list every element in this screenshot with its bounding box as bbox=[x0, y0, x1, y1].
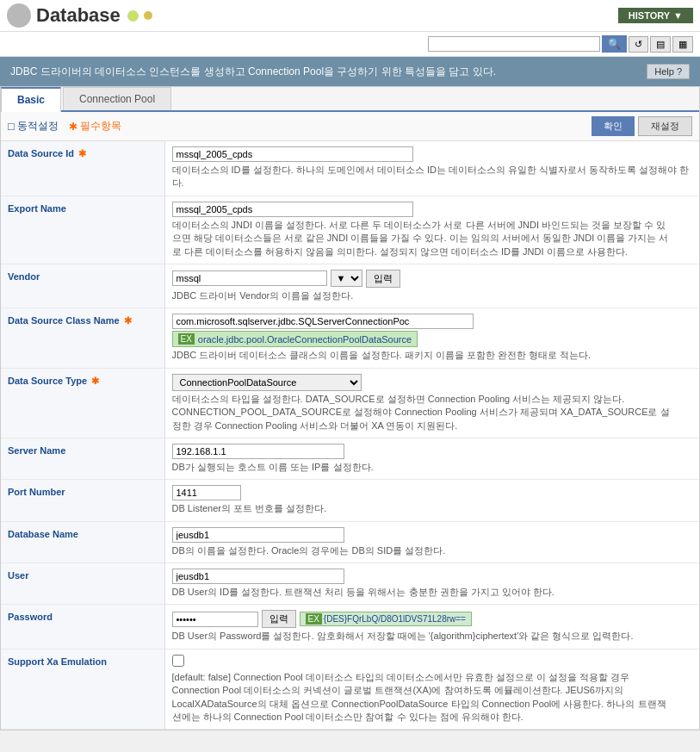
required-icon: ✱ bbox=[69, 121, 77, 133]
history-label: HISTORY bbox=[629, 10, 670, 21]
table-row: Vendor ▼ 입력 JDBC 드라이버 Vendor의 이름을 설정한다. bbox=[1, 264, 699, 308]
suggestion-box: EX oracle.jdbc.pool.OracleConnectionPool… bbox=[172, 331, 418, 347]
reset-button[interactable]: 재설정 bbox=[638, 116, 692, 136]
banner-text: JDBC 드라이버의 데이터소스 인스턴스를 생성하고 Connection P… bbox=[10, 65, 496, 79]
tab-connection-pool[interactable]: Connection Pool bbox=[63, 87, 171, 110]
search-input[interactable] bbox=[428, 36, 600, 52]
page-title: Database bbox=[7, 3, 152, 28]
value-support-xa-emulation: [default: false] Connection Pool 데이터소스 타… bbox=[164, 649, 699, 730]
vendor-desc: JDBC 드라이버 Vendor의 이름을 설정한다. bbox=[172, 289, 693, 302]
export-name-input[interactable] bbox=[172, 202, 413, 217]
value-data-source-id: 데이터소스의 ID를 설정한다. 하나의 도메인에서 데이터소스 ID는 데이터… bbox=[164, 141, 699, 196]
value-vendor: ▼ 입력 JDBC 드라이버 Vendor의 이름을 설정한다. bbox=[164, 264, 699, 308]
vendor-input-btn[interactable]: 입력 bbox=[366, 270, 400, 288]
user-input[interactable] bbox=[172, 569, 344, 584]
toolbar-right: 확인 재설정 bbox=[592, 116, 692, 136]
value-data-source-type: ConnectionPoolDataSource DataSource XADa… bbox=[164, 368, 699, 438]
value-database-name: DB의 이름을 설정한다. Oracle의 경우에는 DB의 SID를 설정한다… bbox=[164, 521, 699, 562]
label-password: Password bbox=[1, 605, 164, 649]
database-name-input[interactable] bbox=[172, 527, 344, 543]
history-button[interactable]: HISTORY ▼ bbox=[618, 8, 693, 23]
label-data-source-type: Data Source Type ✱ bbox=[1, 368, 164, 438]
table-row: Port Number DB Listener의 포트 번호를 설정한다. bbox=[1, 480, 699, 521]
label-database-name: Database Name bbox=[1, 521, 164, 562]
data-source-type-row: ConnectionPoolDataSource DataSource XADa… bbox=[172, 374, 693, 391]
label-server-name: Server Name bbox=[1, 438, 164, 479]
table-row: Support Xa Emulation [default: false] Co… bbox=[1, 649, 699, 730]
table-row: Data Source Class Name ✱ EX oracle.jdbc.… bbox=[1, 308, 699, 368]
table-row: Database Name DB의 이름을 설정한다. Oracle의 경우에는… bbox=[1, 521, 699, 562]
label-user: User bbox=[1, 563, 164, 605]
toolbar: □ 동적설정 ✱ 필수항목 확인 재설정 bbox=[1, 112, 699, 141]
data-source-id-input[interactable] bbox=[172, 146, 413, 162]
server-name-desc: DB가 실행되는 호스트 이름 또는 IP를 설정한다. bbox=[172, 461, 693, 474]
suggestion-label: EX bbox=[178, 333, 195, 345]
vendor-row: ▼ 입력 bbox=[172, 270, 693, 288]
table-row: Data Source Id ✱ 데이터소스의 ID를 설정한다. 하나의 도메… bbox=[1, 141, 699, 196]
password-input[interactable] bbox=[172, 612, 258, 627]
tab-basic[interactable]: Basic bbox=[1, 87, 61, 112]
dynamic-setting: □ 동적설정 bbox=[8, 119, 59, 134]
server-name-input[interactable] bbox=[172, 444, 344, 459]
port-number-desc: DB Listener의 포트 번호를 설정한다. bbox=[172, 502, 693, 515]
title-dot-yellow bbox=[144, 11, 152, 20]
table-row: User DB User의 ID를 설정한다. 트랜잭션 처리 등을 위해서는 … bbox=[1, 563, 699, 605]
encrypted-label: EX bbox=[306, 613, 322, 625]
password-row: 입력 EX {DES}FQrLbQ/D8O1lDVS71L28rw== bbox=[172, 610, 693, 628]
table-row: Export Name 데이터소스의 JNDI 이름을 설정한다. 서로 다른 … bbox=[1, 196, 699, 264]
value-port-number: DB Listener의 포트 번호를 설정한다. bbox=[164, 480, 699, 521]
view-button-2[interactable]: ▦ bbox=[672, 36, 693, 53]
password-input-btn[interactable]: 입력 bbox=[262, 610, 296, 628]
table-row: Server Name DB가 실행되는 호스트 이름 또는 IP를 설정한다. bbox=[1, 438, 699, 479]
required-label: 필수항목 bbox=[80, 119, 121, 134]
value-user: DB User의 ID를 설정한다. 트랜잭션 처리 등을 위해서는 충분한 권… bbox=[164, 563, 699, 605]
database-name-desc: DB의 이름을 설정한다. Oracle의 경우에는 DB의 SID를 설정한다… bbox=[172, 544, 693, 557]
main-content: Basic Connection Pool □ 동적설정 ✱ 필수항목 확인 재… bbox=[0, 86, 700, 730]
label-vendor: Vendor bbox=[1, 264, 164, 308]
value-export-name: 데이터소스의 JNDI 이름을 설정한다. 서로 다른 두 데이터소스가 서로 … bbox=[164, 196, 699, 264]
required-star: ✱ bbox=[124, 315, 132, 326]
title-dot-green bbox=[127, 10, 139, 22]
table-row: Password 입력 EX {DES}FQrLbQ/D8O1lDVS71L28… bbox=[1, 605, 699, 649]
user-desc: DB User의 ID를 설정한다. 트랜잭션 처리 등을 위해서는 충분한 권… bbox=[172, 586, 693, 599]
form-table: Data Source Id ✱ 데이터소스의 ID를 설정한다. 하나의 도메… bbox=[1, 141, 699, 730]
refresh-button[interactable]: ↺ bbox=[629, 36, 648, 53]
required-star: ✱ bbox=[91, 376, 99, 386]
history-arrow: ▼ bbox=[673, 10, 683, 21]
required-star: ✱ bbox=[78, 148, 86, 158]
suggestion-value: oracle.jdbc.pool.OracleConnectionPoolDat… bbox=[198, 334, 412, 345]
dynamic-icon: □ bbox=[8, 120, 15, 133]
support-xa-emulation-checkbox[interactable] bbox=[172, 655, 184, 667]
data-source-class-name-input[interactable] bbox=[172, 314, 474, 329]
port-number-input[interactable] bbox=[172, 485, 241, 500]
confirm-button[interactable]: 확인 bbox=[592, 116, 635, 136]
label-export-name: Export Name bbox=[1, 196, 164, 264]
table-row: Data Source Type ✱ ConnectionPoolDataSou… bbox=[1, 368, 699, 438]
search-bar: 🔍 ↺ ▤ ▦ bbox=[0, 32, 700, 57]
label-data-source-id: Data Source Id ✱ bbox=[1, 141, 164, 196]
encrypted-value: EX {DES}FQrLbQ/D8O1lDVS71L28rw== bbox=[300, 612, 472, 626]
label-port-number: Port Number bbox=[1, 480, 164, 521]
password-desc: DB User의 Password를 설정한다. 암호화해서 저장할 때에는 '… bbox=[172, 630, 672, 643]
help-button[interactable]: Help ? bbox=[647, 64, 690, 79]
label-support-xa-emulation: Support Xa Emulation bbox=[1, 649, 164, 730]
data-source-type-desc: 데이터소스의 타입을 설정한다. DATA_SOURCE로 설정하면 Conne… bbox=[172, 393, 672, 432]
title-text: Database bbox=[36, 4, 121, 27]
view-button-1[interactable]: ▤ bbox=[650, 36, 671, 53]
export-name-desc: 데이터소스의 JNDI 이름을 설정한다. 서로 다른 두 데이터소스가 서로 … bbox=[172, 219, 672, 258]
vendor-input[interactable] bbox=[172, 270, 327, 286]
toolbar-left: □ 동적설정 ✱ 필수항목 bbox=[8, 119, 121, 134]
support-xa-emulation-desc: [default: false] Connection Pool 데이터소스 타… bbox=[172, 671, 672, 724]
info-banner: JDBC 드라이버의 데이터소스 인스턴스를 생성하고 Connection P… bbox=[0, 57, 700, 86]
data-source-type-select[interactable]: ConnectionPoolDataSource DataSource XADa… bbox=[172, 374, 362, 391]
logo-circle bbox=[7, 3, 31, 28]
vendor-dropdown[interactable]: ▼ bbox=[331, 270, 362, 287]
encrypted-text: {DES}FQrLbQ/D8O1lDVS71L28rw== bbox=[324, 614, 466, 624]
data-source-class-name-desc: JDBC 드라이버 데이터소스 클래스의 이름을 설정한다. 패키지 이름을 포… bbox=[172, 349, 693, 362]
required-marker: ✱ 필수항목 bbox=[69, 119, 121, 134]
value-data-source-class-name: EX oracle.jdbc.pool.OracleConnectionPool… bbox=[164, 308, 699, 368]
dynamic-label: 동적설정 bbox=[17, 119, 59, 134]
data-source-id-desc: 데이터소스의 ID를 설정한다. 하나의 도메인에서 데이터소스 ID는 데이터… bbox=[172, 164, 693, 190]
top-bar: Database HISTORY ▼ bbox=[0, 0, 700, 32]
search-button[interactable]: 🔍 bbox=[602, 35, 627, 53]
